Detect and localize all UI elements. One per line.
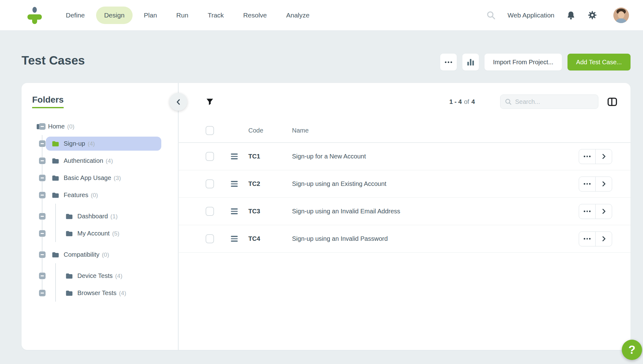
pagination-total: 4 (471, 98, 475, 105)
minus-icon[interactable] (39, 213, 46, 220)
folder-tree-item[interactable]: Browser Tests (4) (22, 284, 178, 302)
columns-icon[interactable] (607, 97, 617, 106)
collapse-sidebar-button[interactable] (169, 93, 187, 111)
testcase-name[interactable]: Sign-up using an Invalid Password (292, 235, 579, 242)
search-input[interactable] (515, 98, 594, 105)
search-icon (505, 98, 512, 105)
folder-label: Home (48, 123, 65, 130)
folder-tree-item[interactable]: Authentication (4) (22, 152, 178, 169)
row-more-button[interactable] (579, 149, 595, 164)
nav-item[interactable]: Resolve (235, 7, 275, 24)
folders-panel: Folders Home (0) Sign-up (4) (22, 83, 178, 350)
folder-label: Features (64, 192, 88, 199)
table-body: TC1 Sign-up for a New Account TC2 Sign-u… (179, 143, 631, 253)
drag-handle-icon[interactable] (231, 236, 238, 242)
add-test-case-button[interactable]: Add Test Case... (567, 54, 631, 70)
folder-icon (52, 252, 59, 258)
nav-item[interactable]: Design (96, 7, 133, 24)
folder-count: (4) (119, 290, 126, 297)
testcase-name[interactable]: Sign-up for a New Account (292, 153, 579, 160)
gear-icon[interactable] (587, 10, 597, 20)
folder-tree-item[interactable]: Features (0) (22, 187, 178, 204)
filter-icon[interactable] (206, 98, 214, 106)
search-icon[interactable] (486, 11, 496, 20)
drag-handle-icon[interactable] (231, 181, 238, 187)
minus-icon[interactable] (39, 273, 46, 279)
folder-tree-item[interactable]: Compatibility (0) (22, 246, 178, 263)
nav-item[interactable]: Track (200, 7, 232, 24)
avatar[interactable] (613, 7, 629, 23)
column-header-name[interactable]: Name (292, 127, 617, 134)
testcase-name[interactable]: Sign-up using an Invalid Email Address (292, 208, 579, 215)
nav-items: DefineDesignPlanRunTrackResolveAnalyze (58, 7, 318, 24)
help-button[interactable]: ? (622, 340, 642, 360)
minus-icon[interactable] (39, 123, 46, 130)
chevron-right-icon (601, 236, 607, 242)
folder-tree-item[interactable]: Sign-up (4) (22, 135, 178, 152)
minus-icon[interactable] (39, 140, 46, 147)
folder-label: Dashboard (77, 213, 108, 220)
bar-chart-icon (467, 59, 474, 66)
testcase-name[interactable]: Sign-up using an Existing Account (292, 180, 579, 187)
bell-icon[interactable] (566, 11, 576, 20)
row-checkbox[interactable] (206, 179, 214, 188)
nav-item[interactable]: Analyze (278, 7, 318, 24)
row-open-button[interactable] (595, 177, 612, 191)
row-more-button[interactable] (579, 177, 595, 191)
folder-tree: Home (0) Sign-up (4) Authentication (4) (22, 118, 178, 302)
chevron-right-icon (601, 153, 607, 159)
folder-tree-item[interactable]: Device Tests (4) (22, 267, 178, 284)
folder-icon (52, 175, 59, 181)
folder-count: (3) (114, 175, 121, 182)
pagination-range: 1 - 4 (449, 98, 462, 105)
testcase-code: TC1 (248, 153, 292, 160)
column-header-code[interactable]: Code (248, 127, 292, 134)
folder-count: (0) (91, 192, 98, 199)
question-icon: ? (628, 343, 636, 357)
more-actions-button[interactable] (440, 54, 457, 70)
minus-icon[interactable] (39, 175, 46, 181)
row-more-button[interactable] (579, 204, 595, 219)
folder-count: (4) (115, 273, 122, 279)
row-actions (579, 204, 612, 219)
row-checkbox[interactable] (206, 207, 214, 216)
ellipsis-icon (584, 156, 591, 157)
row-checkbox[interactable] (206, 152, 214, 161)
minus-icon[interactable] (39, 192, 46, 198)
minus-icon[interactable] (39, 230, 46, 237)
nav-item[interactable]: Plan (136, 7, 165, 24)
table-row: TC2 Sign-up using an Existing Account (179, 170, 631, 198)
ellipsis-icon (445, 61, 452, 63)
nav-item[interactable]: Run (168, 7, 197, 24)
import-from-project-button[interactable]: Import From Project... (485, 54, 562, 70)
folder-tree-item[interactable]: Dashboard (1) (22, 208, 178, 225)
table-header-row: Code Name (179, 112, 631, 143)
folder-count: (4) (106, 158, 113, 164)
folder-label: Browser Tests (77, 289, 116, 297)
app-logo-icon[interactable] (27, 6, 43, 25)
folder-tree-item[interactable]: Basic App Usage (3) (22, 169, 178, 187)
row-actions (579, 177, 612, 192)
project-name[interactable]: Web Application (508, 12, 554, 19)
drag-handle-icon[interactable] (231, 208, 238, 214)
row-actions (579, 231, 612, 246)
row-open-button[interactable] (595, 149, 612, 164)
folder-label: Device Tests (77, 272, 113, 279)
row-more-button[interactable] (579, 232, 595, 246)
row-open-button[interactable] (595, 204, 612, 219)
nav-item[interactable]: Define (58, 7, 93, 24)
folder-icon (52, 158, 59, 164)
folder-tree-item[interactable]: My Account (5) (22, 225, 178, 242)
drag-handle-icon[interactable] (231, 153, 238, 159)
folder-count: (0) (102, 251, 109, 258)
chart-button[interactable] (462, 54, 479, 70)
row-checkbox[interactable] (206, 234, 214, 243)
select-all-checkbox[interactable] (206, 126, 214, 135)
table-row: TC3 Sign-up using an Invalid Email Addre… (179, 198, 631, 225)
minus-icon[interactable] (39, 251, 46, 258)
row-open-button[interactable] (595, 232, 612, 246)
folder-tree-item[interactable]: Home (0) (22, 118, 178, 135)
minus-icon[interactable] (39, 158, 46, 164)
folder-count: (0) (67, 123, 74, 130)
minus-icon[interactable] (39, 290, 46, 296)
